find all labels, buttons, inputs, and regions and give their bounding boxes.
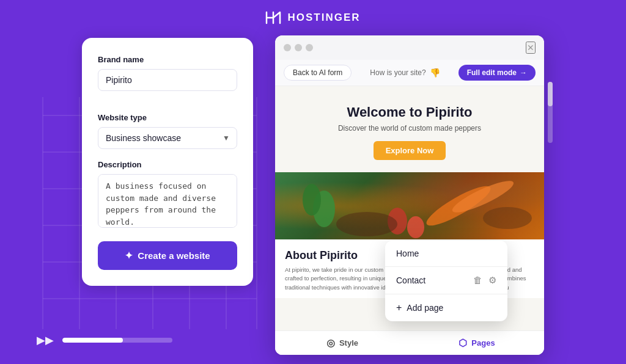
thumbs-down-icon[interactable]: 👎 [430,68,440,78]
progress-fill [62,338,123,343]
feedback-area: How is your site? 👎 [358,68,452,78]
logo-text: HOSTINGER [287,12,360,24]
website-type-section: Website type Business showcase Blog Port… [98,113,237,149]
browser-window: ✕ Back to AI form How is your site? 👎 Fu… [275,35,544,355]
svg-point-18 [407,216,424,238]
browser-container: ✕ Back to AI form How is your site? 👎 Fu… [275,33,544,355]
scrollbar-track[interactable] [548,82,553,143]
trash-icon[interactable]: 🗑 [473,275,482,286]
plus-icon: + [396,302,402,313]
close-icon: ✕ [527,43,534,53]
website-type-select-wrapper: Business showcase Blog Portfolio Online … [98,127,237,149]
bottom-tabs: ◎ Style ⬡ Pages [275,330,544,355]
website-type-select[interactable]: Business showcase Blog Portfolio Online … [98,127,237,149]
dot-red [284,44,291,51]
add-page-label: Add page [407,303,443,313]
form-panel: Brand name Website type Business showcas… [82,38,253,286]
browser-topbar: ✕ [275,35,544,60]
home-label: Home [396,249,419,258]
svg-point-16 [303,184,321,216]
explore-button-label: Explore Now [386,146,434,155]
hero-title: Welcome to Pipirito [287,104,532,120]
dot-yellow [295,44,302,51]
pages-tab[interactable]: ⬡ Pages [410,331,544,355]
pages-tab-label: Pages [471,338,495,348]
header: HOSTINGER [0,0,626,33]
full-edit-mode-button[interactable]: Full edit mode → [458,65,536,81]
sparkle-icon: ✦ [125,250,133,261]
contact-label: Contact [396,275,425,285]
brand-name-section: Brand name [98,55,237,102]
description-textarea[interactable]: A business focused on custom made and di… [98,174,237,228]
arrow-right-icon: → [520,68,527,77]
feedback-text: How is your site? [370,68,425,77]
website-preview: Welcome to Pipirito Discover the world o… [275,86,544,355]
main-content: Brand name Website type Business showcas… [0,33,626,355]
website-type-label: Website type [98,113,237,122]
browser-dots [284,44,313,51]
menu-item-home[interactable]: Home [385,241,507,266]
create-website-button[interactable]: ✦ Create a website [98,241,237,270]
dot-green [306,44,313,51]
description-section: Description A business focused on custom… [98,160,237,230]
scrollbar-thumb [548,82,553,106]
veg-illustration [275,172,544,239]
svg-point-20 [483,207,532,229]
browser-close-button[interactable]: ✕ [526,42,536,54]
style-icon: ◎ [326,337,335,349]
explore-now-button[interactable]: Explore Now [374,141,446,160]
settings-icon[interactable]: ⚙ [488,275,496,286]
hero-section: Welcome to Pipirito Discover the world o… [275,86,544,172]
brand-name-input[interactable] [98,69,237,91]
progress-track [62,338,172,343]
description-label: Description [98,160,237,169]
context-menu: Home Contact 🗑 ⚙ + Add page [385,241,507,321]
svg-point-19 [336,212,397,236]
create-button-label: Create a website [138,250,210,261]
menu-item-contact[interactable]: Contact 🗑 ⚙ [385,267,507,294]
menu-item-add-page[interactable]: + Add page [385,294,507,321]
menu-item-icons: 🗑 ⚙ [473,275,496,286]
style-tab-label: Style [339,338,358,348]
style-tab[interactable]: ◎ Style [275,331,410,355]
pages-icon: ⬡ [458,337,467,349]
edit-button-label: Full edit mode [467,68,517,77]
hero-subtitle: Discover the world of custom made pepper… [287,124,532,133]
bottom-bar: ▶▶ [37,333,172,347]
back-to-ai-form-button[interactable]: Back to AI form [284,65,352,81]
nav-arrows[interactable]: ▶▶ [37,333,54,347]
back-button-label: Back to AI form [293,68,342,77]
vegetable-hero-image [275,172,544,239]
browser-toolbar: Back to AI form How is your site? 👎 Full… [275,60,544,86]
hostinger-logo-icon [265,11,281,24]
brand-name-label: Brand name [98,55,237,64]
